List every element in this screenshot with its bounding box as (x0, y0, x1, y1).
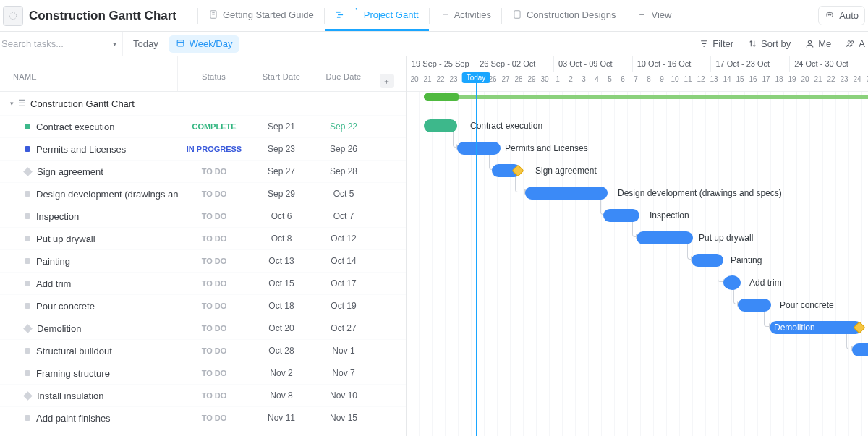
sort-button[interactable]: Sort by (748, 38, 791, 49)
due-date[interactable]: Sep 22 (312, 121, 375, 132)
task-status[interactable]: TO DO (178, 324, 250, 333)
task-row[interactable]: Design development (drawings an...TO DOS… (0, 182, 406, 205)
gantt-body[interactable]: Today Contract executionPermits and Lice… (407, 92, 868, 436)
gantt-bar[interactable] (723, 275, 741, 290)
task-name-cell[interactable]: Put up drywall (0, 234, 178, 244)
start-date[interactable]: Nov 8 (250, 390, 312, 401)
due-date[interactable]: Oct 27 (312, 323, 375, 333)
workspace-icon[interactable] (3, 6, 23, 26)
task-name-cell[interactable]: Framing structure (0, 368, 178, 379)
task-status[interactable]: TO DO (178, 212, 250, 221)
start-date[interactable]: Oct 28 (250, 346, 312, 356)
task-name-cell[interactable]: Painting (0, 256, 178, 267)
task-row[interactable]: InspectionTO DOOct 6Oct 7 (0, 205, 406, 227)
gantt-bar[interactable] (525, 187, 608, 200)
task-row[interactable]: Put up drywallTO DOOct 8Oct 12 (0, 227, 406, 249)
start-date[interactable]: Nov 2 (250, 368, 312, 378)
task-name-cell[interactable]: Install insulation (0, 390, 178, 401)
start-date[interactable]: Oct 6 (250, 211, 312, 221)
task-name-cell[interactable]: Demolition (0, 323, 178, 334)
collapse-icon[interactable]: ▾ (10, 100, 14, 107)
due-date[interactable]: Sep 26 (312, 144, 375, 154)
gantt-bar[interactable] (457, 142, 501, 155)
task-row[interactable]: Add trimTO DOOct 15Oct 17 (0, 272, 406, 294)
start-date[interactable]: Oct 18 (250, 301, 312, 311)
tab-getting-started[interactable]: Getting Started Guide (198, 0, 324, 31)
task-name-cell[interactable]: Inspection (0, 211, 178, 222)
task-row[interactable]: Pour concreteTO DOOct 18Oct 19 (0, 294, 406, 317)
gantt-bar[interactable] (852, 343, 868, 356)
due-date[interactable]: Nov 10 (312, 390, 375, 401)
task-status[interactable]: TO DO (178, 302, 250, 310)
start-date[interactable]: Oct 15 (250, 278, 312, 288)
task-status[interactable]: TO DO (178, 279, 250, 288)
due-date[interactable]: Oct 7 (312, 211, 375, 221)
due-date[interactable]: Oct 12 (312, 234, 375, 244)
assignees-filter[interactable]: A (846, 38, 865, 49)
task-row[interactable]: Contract executionCOMPLETESep 21Sep 22 (0, 115, 406, 137)
task-status[interactable]: TO DO (178, 369, 250, 377)
col-status[interactable]: Status (178, 56, 250, 91)
task-name-cell[interactable]: Permits and Licenses (0, 144, 178, 155)
task-status[interactable]: COMPLETE (178, 122, 250, 131)
start-date[interactable]: Nov 11 (250, 413, 312, 423)
start-date[interactable]: Sep 21 (250, 121, 312, 132)
granularity-toggle[interactable]: Week/Day (169, 35, 240, 53)
task-status[interactable]: TO DO (178, 346, 250, 355)
gantt-bar[interactable] (738, 299, 771, 312)
task-status[interactable]: TO DO (178, 189, 250, 198)
gantt-area[interactable]: 19 Sep - 25 Sep26 Sep - 02 Oct03 Oct - 0… (407, 56, 868, 436)
task-status[interactable]: TO DO (178, 257, 250, 265)
start-date[interactable]: Oct 8 (250, 234, 312, 244)
task-status[interactable]: TO DO (178, 414, 250, 422)
gantt-bar[interactable] (424, 119, 457, 132)
start-date[interactable]: Oct 20 (250, 323, 312, 333)
due-date[interactable]: Oct 14 (312, 256, 375, 266)
task-status[interactable]: TO DO (178, 234, 250, 243)
search-input[interactable] (0, 38, 113, 49)
due-date[interactable]: Nov 1 (312, 346, 375, 356)
task-status[interactable]: TO DO (178, 391, 250, 400)
task-row[interactable]: Sign agreementTO DOSep 27Sep 28 (0, 160, 406, 182)
start-date[interactable]: Oct 13 (250, 256, 312, 266)
due-date[interactable]: Oct 5 (312, 189, 375, 199)
task-name-cell[interactable]: Contract execution (0, 121, 178, 132)
col-due[interactable]: Due Date (312, 56, 375, 91)
group-row[interactable]: ▾ ☰ Construction Gantt Chart (0, 92, 406, 115)
today-button[interactable]: Today (123, 38, 169, 49)
due-date[interactable]: Sep 28 (312, 166, 375, 176)
plus-icon[interactable]: ＋ (380, 74, 394, 88)
col-name[interactable]: NAME (0, 56, 178, 91)
task-row[interactable]: PaintingTO DOOct 13Oct 14 (0, 249, 406, 272)
filter-button[interactable]: Filter (699, 38, 733, 49)
task-name-cell[interactable]: Structural buildout (0, 346, 178, 356)
task-status[interactable]: TO DO (178, 167, 250, 176)
task-name-cell[interactable]: Add trim (0, 278, 178, 289)
tab-add-view[interactable]: ＋ View (626, 0, 681, 31)
chevron-down-icon[interactable]: ▾ (113, 40, 116, 48)
task-row[interactable]: Install insulationTO DONov 8Nov 10 (0, 384, 406, 406)
task-row[interactable]: Structural buildoutTO DOOct 28Nov 1 (0, 339, 406, 362)
start-date[interactable]: Sep 29 (250, 189, 312, 199)
task-row[interactable]: DemolitionTO DOOct 20Oct 27 (0, 317, 406, 339)
due-date[interactable]: Nov 7 (312, 368, 375, 378)
automation-button[interactable]: Auto (818, 6, 865, 25)
task-row[interactable]: Add paint finishesTO DONov 11Nov 15 (0, 406, 406, 429)
gantt-bar[interactable] (637, 231, 693, 244)
tab-project-gantt[interactable]: ● Project Gantt (325, 0, 429, 31)
col-start[interactable]: Start Date (250, 56, 312, 91)
task-row[interactable]: Permits and LicensesIN PROGRESSSep 23Sep… (0, 137, 406, 160)
due-date[interactable]: Oct 19 (312, 301, 375, 311)
task-status[interactable]: IN PROGRESS (178, 145, 250, 153)
task-name-cell[interactable]: Sign agreement (0, 166, 178, 177)
me-filter[interactable]: Me (805, 38, 831, 49)
task-row[interactable]: Framing structureTO DONov 2Nov 7 (0, 362, 406, 384)
gantt-bar[interactable] (492, 164, 521, 177)
task-name-cell[interactable]: Pour concrete (0, 301, 178, 312)
due-date[interactable]: Nov 15 (312, 413, 375, 423)
start-date[interactable]: Sep 23 (250, 144, 312, 154)
tab-activities[interactable]: Activities (430, 0, 501, 31)
due-date[interactable]: Oct 17 (312, 278, 375, 288)
summary-bar[interactable] (424, 95, 868, 99)
start-date[interactable]: Sep 27 (250, 166, 312, 176)
